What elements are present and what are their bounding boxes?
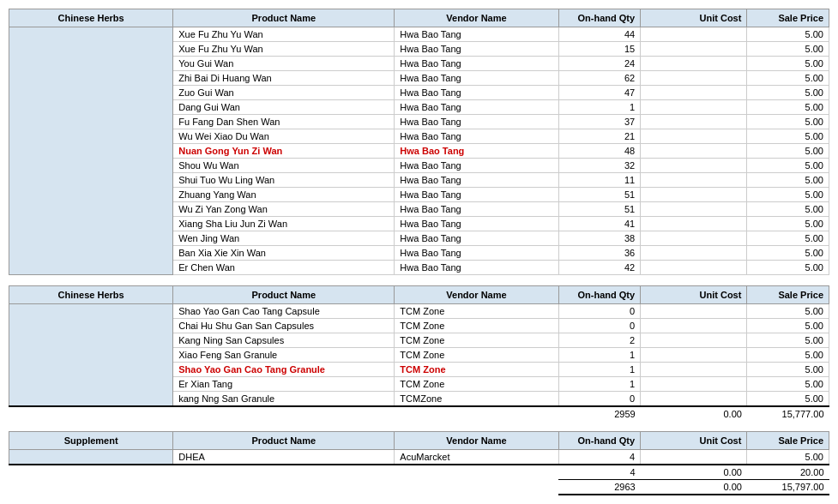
sale-price-cell: 5.00 [747, 363, 829, 377]
col-header-unit-cost: Unit Cost [641, 9, 747, 27]
unit-cost-cell [641, 319, 747, 333]
product-name-cell: kang Nng San Granule [173, 392, 395, 407]
qty-cell: 47 [558, 86, 641, 100]
inventory-table-3: Supplement Product Name Vendor Name On-h… [9, 431, 829, 495]
unit-cost-cell [641, 450, 747, 465]
unit-cost-cell [641, 57, 747, 71]
product-name-cell: Er Xian Tang [173, 377, 395, 392]
col-header-vendor-3: Vendor Name [395, 432, 558, 450]
sale-price-cell: 5.00 [747, 100, 829, 115]
unit-cost-cell [641, 71, 747, 86]
qty-cell: 0 [558, 304, 641, 319]
unit-cost-cell [641, 42, 747, 57]
inventory-table-2: Chinese Herbs Product Name Vendor Name O… [9, 285, 829, 421]
table-row: Xue Fu Zhu Yu WanHwa Bao Tang445.00 [9, 27, 829, 42]
qty-cell: 1 [558, 348, 641, 363]
product-name-cell: Dang Gui Wan [173, 100, 395, 115]
vendor-cell: Hwa Bao Tang [395, 246, 558, 261]
unit-cost-cell [641, 392, 747, 407]
qty-cell: 21 [558, 129, 641, 144]
product-name-cell: Xue Fu Zhu Yu Wan [173, 27, 395, 42]
col-header-qty-3: On-hand Qty [558, 432, 641, 450]
vendor-cell: Hwa Bao Tang [395, 202, 558, 217]
sale-price-cell: 5.00 [747, 202, 829, 217]
sale-price-cell: 5.00 [747, 173, 829, 188]
col-header-category-3: Supplement [9, 432, 173, 450]
col-header-qty-2: On-hand Qty [558, 286, 641, 304]
col-header-unit-cost-3: Unit Cost [641, 432, 747, 450]
vendor-cell: Hwa Bao Tang [395, 71, 558, 86]
vendor-cell: Hwa Bao Tang [395, 115, 558, 129]
product-name-cell: Wu Wei Xiao Du Wan [173, 129, 395, 144]
vendor-cell: AcuMarcket [395, 450, 558, 465]
sale-price-cell: 5.00 [747, 57, 829, 71]
unit-cost-cell [641, 188, 747, 202]
subtotal-row: 40.0020.00 [9, 465, 829, 480]
vendor-cell: Hwa Bao Tang [395, 231, 558, 246]
inventory-table-1: Chinese Herbs Product Name Vendor Name O… [9, 9, 829, 275]
product-name-cell: Shou Wu Wan [173, 159, 395, 173]
category-cell [9, 304, 173, 407]
qty-cell: 0 [558, 392, 641, 407]
sale-price-cell: 5.00 [747, 348, 829, 363]
sale-price-cell: 5.00 [747, 217, 829, 231]
col-header-qty: On-hand Qty [558, 9, 641, 27]
product-name-cell: Ban Xia Xie Xin Wan [173, 246, 395, 261]
sale-price-cell: 5.00 [747, 129, 829, 144]
qty-cell: 1 [558, 363, 641, 377]
vendor-cell: TCM Zone [395, 363, 558, 377]
qty-cell: 11 [558, 173, 641, 188]
product-name-cell: Nuan Gong Yun Zi Wan [173, 144, 395, 159]
category-cell [9, 450, 173, 465]
col-header-category: Chinese Herbs [9, 9, 173, 27]
vendor-cell: TCM Zone [395, 348, 558, 363]
unit-cost-cell [641, 333, 747, 348]
table-row: DHEAAcuMarcket45.00 [9, 450, 829, 465]
vendor-cell: Hwa Bao Tang [395, 100, 558, 115]
vendor-cell: Hwa Bao Tang [395, 57, 558, 71]
unit-cost-cell [641, 27, 747, 42]
total-row: 29630.0015,797.00 [9, 480, 829, 495]
sale-price-cell: 5.00 [747, 144, 829, 159]
vendor-cell: TCMZone [395, 392, 558, 407]
qty-cell: 32 [558, 159, 641, 173]
vendor-cell: TCM Zone [395, 304, 558, 319]
col-header-sale-price: Sale Price [747, 9, 829, 27]
product-name-cell: Shui Tuo Wu Ling Wan [173, 173, 395, 188]
col-header-sale-price-3: Sale Price [747, 432, 829, 450]
product-name-cell: DHEA [173, 450, 395, 465]
sale-price-cell: 5.00 [747, 115, 829, 129]
vendor-cell: TCM Zone [395, 333, 558, 348]
sale-price-cell: 5.00 [747, 86, 829, 100]
product-name-cell: Xiao Feng San Granule [173, 348, 395, 363]
col-header-product-3: Product Name [173, 432, 395, 450]
unit-cost-cell [641, 377, 747, 392]
qty-cell: 42 [558, 261, 641, 275]
col-header-vendor-2: Vendor Name [395, 286, 558, 304]
category-cell [9, 27, 173, 275]
sale-price-cell: 5.00 [747, 246, 829, 261]
qty-cell: 24 [558, 57, 641, 71]
product-name-cell: Wu Zi Yan Zong Wan [173, 202, 395, 217]
unit-cost-cell [641, 261, 747, 275]
sale-price-cell: 5.00 [747, 188, 829, 202]
qty-cell: 38 [558, 231, 641, 246]
qty-cell: 62 [558, 71, 641, 86]
col-header-product: Product Name [173, 9, 395, 27]
sale-price-cell: 5.00 [747, 377, 829, 392]
unit-cost-cell [641, 217, 747, 231]
unit-cost-cell [641, 363, 747, 377]
product-name-cell: Shao Yao Gan Cao Tang Granule [173, 363, 395, 377]
vendor-cell: Hwa Bao Tang [395, 217, 558, 231]
sale-price-cell: 5.00 [747, 392, 829, 407]
product-name-cell: Wen Jing Wan [173, 231, 395, 246]
unit-cost-cell [641, 129, 747, 144]
vendor-cell: Hwa Bao Tang [395, 188, 558, 202]
qty-cell: 2 [558, 333, 641, 348]
sale-price-cell: 5.00 [747, 450, 829, 465]
product-name-cell: Chai Hu Shu Gan San Capsules [173, 319, 395, 333]
unit-cost-cell [641, 202, 747, 217]
sale-price-cell: 5.00 [747, 319, 829, 333]
product-name-cell: Zuo Gui Wan [173, 86, 395, 100]
unit-cost-cell [641, 86, 747, 100]
